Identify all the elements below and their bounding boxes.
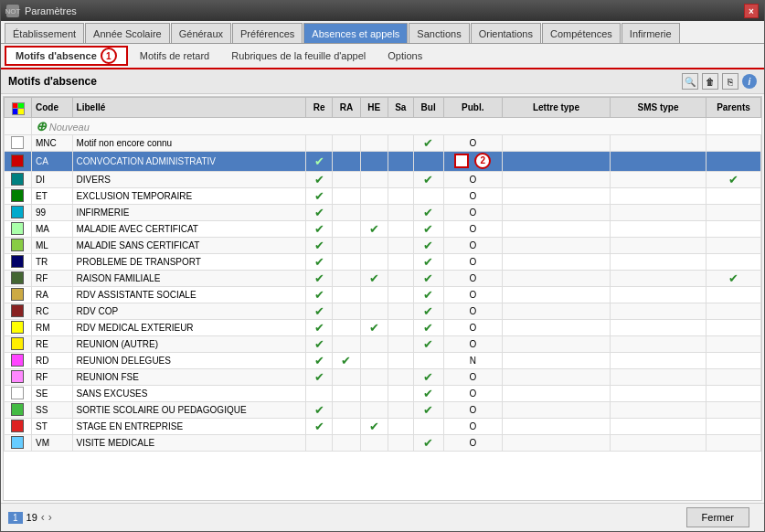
table-row[interactable]: RMRDV MEDICAL EXTERIEUR✔✔✔O xyxy=(5,319,761,335)
row-publ: O xyxy=(443,134,502,151)
row-parents xyxy=(706,352,760,368)
nav-left[interactable]: ‹ xyxy=(41,511,45,524)
row-ra xyxy=(333,220,361,237)
row-color-cell xyxy=(5,253,32,270)
tab-rubriques[interactable]: Rubriques de la feuille d'appel xyxy=(221,46,376,66)
tab-infirmerie[interactable]: Infirmerie xyxy=(622,23,680,43)
row-he xyxy=(360,303,388,319)
row-sa xyxy=(388,368,413,385)
tab-absences[interactable]: Absences et appels xyxy=(303,23,408,43)
tab-motifs[interactable]: Motifs d'absence 1 xyxy=(5,46,128,66)
table-row[interactable]: RCRDV COP✔✔O xyxy=(5,303,761,319)
tab-generaux[interactable]: Généraux xyxy=(171,23,231,43)
table-row[interactable]: MAMALADIE AVEC CERTIFICAT✔✔✔O xyxy=(5,220,761,237)
row-lettre xyxy=(502,434,610,451)
plus-icon: ⊕ xyxy=(36,119,47,133)
row-publ: N xyxy=(443,352,502,368)
row-libelle: CONVOCATION ADMINISTRATIV xyxy=(72,151,306,171)
copy-toolbar-button[interactable]: ⎘ xyxy=(722,73,738,90)
row-libelle: EXCLUSION TEMPORAIRE xyxy=(72,187,306,204)
tab-sanctions[interactable]: Sanctions xyxy=(409,23,469,43)
table-row[interactable]: DIDIVERS✔✔O✔ xyxy=(5,171,761,187)
page-info: 1 19 ‹ › xyxy=(8,511,52,524)
row-color-cell xyxy=(5,286,32,303)
row-lettre xyxy=(502,151,610,171)
col-ra-header: RA xyxy=(333,98,361,118)
row-sms xyxy=(611,335,707,352)
row-he xyxy=(360,253,388,270)
tab-options[interactable]: Options xyxy=(377,46,432,66)
table-row[interactable]: ETEXCLUSION TEMPORAIRE✔O xyxy=(5,187,761,204)
table-row[interactable]: RDREUNION DELEGUES✔✔N xyxy=(5,352,761,368)
tab-etablissement[interactable]: Établissement xyxy=(5,23,84,43)
tab-competences[interactable]: Compétences xyxy=(542,23,621,43)
search-toolbar-button[interactable]: 🔍 xyxy=(682,73,698,90)
row-sa xyxy=(388,204,413,220)
section-header: Motifs d'absence 🔍 🗑 ⎘ i xyxy=(1,69,764,94)
row-sa xyxy=(388,335,413,352)
row-re: ✔ xyxy=(306,352,333,368)
delete-toolbar-button[interactable]: 🗑 xyxy=(702,73,718,90)
row-parents xyxy=(706,434,760,451)
table-row[interactable]: STSTAGE EN ENTREPRISE✔✔O xyxy=(5,418,761,434)
table-container[interactable]: Code Libellé Re RA HE Sa Bul Publ. Lettr… xyxy=(3,96,762,501)
info-icon[interactable]: i xyxy=(742,74,757,89)
table-row[interactable]: REREUNION (AUTRE)✔✔O xyxy=(5,335,761,352)
table-row[interactable]: VMVISITE MEDICALE✔O xyxy=(5,434,761,451)
row-libelle: RAISON FAMILIALE xyxy=(72,270,306,286)
row-publ: O xyxy=(443,368,502,385)
row-color-cell xyxy=(5,204,32,220)
row-publ: O xyxy=(443,204,502,220)
table-row[interactable]: 99INFIRMERIE✔✔O xyxy=(5,204,761,220)
row-libelle: MALADIE AVEC CERTIFICAT xyxy=(72,220,306,237)
row-libelle: RDV MEDICAL EXTERIEUR xyxy=(72,319,306,335)
row-parents xyxy=(706,151,760,171)
tab-retard[interactable]: Motifs de retard xyxy=(130,46,219,66)
close-window-button[interactable]: × xyxy=(744,4,759,18)
tab-annee[interactable]: Année Scolaire xyxy=(85,23,170,43)
table-row[interactable]: SSSORTIE SCOLAIRE OU PEDAGOGIQUE✔✔O xyxy=(5,401,761,418)
row-sms xyxy=(611,368,707,385)
new-row[interactable]: ⊕ Nouveau xyxy=(5,117,761,134)
row-publ: O xyxy=(443,303,502,319)
tab-preferences[interactable]: Préférences xyxy=(232,23,303,43)
app-icon: NOT xyxy=(6,5,19,17)
row-lettre xyxy=(502,368,610,385)
table-row[interactable]: CACONVOCATION ADMINISTRATIV✔2 xyxy=(5,151,761,171)
row-code: RM xyxy=(32,319,73,335)
tab-orientations[interactable]: Orientations xyxy=(471,23,541,43)
row-he xyxy=(360,134,388,151)
row-ra xyxy=(333,335,361,352)
row-color-cell xyxy=(5,352,32,368)
table-row[interactable]: MLMALADIE SANS CERTIFICAT✔✔O xyxy=(5,237,761,253)
row-he xyxy=(360,352,388,368)
row-sa xyxy=(388,237,413,253)
row-re: ✔ xyxy=(306,286,333,303)
row-publ: O xyxy=(443,434,502,451)
row-he xyxy=(360,171,388,187)
row-ra xyxy=(333,134,361,151)
row-re xyxy=(306,134,333,151)
row-code: RF xyxy=(32,368,73,385)
content-area: Motifs d'absence 🔍 🗑 ⎘ i xyxy=(1,69,764,531)
row-libelle: REUNION DELEGUES xyxy=(72,352,306,368)
row-re: ✔ xyxy=(306,418,333,434)
table-row[interactable]: RARDV ASSISTANTE SOCIALE✔✔O xyxy=(5,286,761,303)
row-code: DI xyxy=(32,171,73,187)
row-libelle: REUNION (AUTRE) xyxy=(72,335,306,352)
row-sa xyxy=(388,270,413,286)
row-ra xyxy=(333,434,361,451)
table-row[interactable]: SESANS EXCUSES✔O xyxy=(5,385,761,401)
row-sms xyxy=(611,286,707,303)
row-lettre xyxy=(502,187,610,204)
table-row[interactable]: TRPROBLEME DE TRANSPORT✔✔O xyxy=(5,253,761,270)
table-row[interactable]: MNCMotif non encore connu✔O xyxy=(5,134,761,151)
nav-right[interactable]: › xyxy=(48,511,52,524)
table-row[interactable]: RFREUNION FSE✔✔O xyxy=(5,368,761,385)
close-button[interactable]: Fermer xyxy=(686,507,749,527)
row-color-cell xyxy=(5,418,32,434)
col-sms-header: SMS type xyxy=(611,98,707,118)
table-row[interactable]: RFRAISON FAMILIALE✔✔✔O✔ xyxy=(5,270,761,286)
row-sms xyxy=(611,151,707,171)
row-ra xyxy=(333,204,361,220)
